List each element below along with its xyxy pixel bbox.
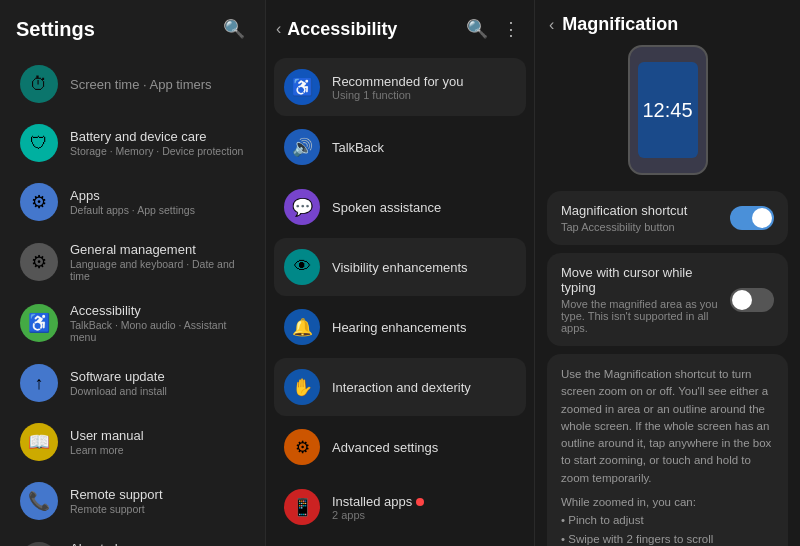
acc-item-sub: Using 1 function [332,89,516,101]
accessibility-item[interactable]: 📱 Installed apps 2 apps [274,478,526,536]
magnification-header: ‹ Magnification [535,0,800,45]
accessibility-search-icon[interactable]: 🔍 [462,14,492,44]
accessibility-item[interactable]: 💬 Spoken assistance [274,178,526,236]
magnification-info-box: Use the Magnification shortcut to turn s… [547,354,788,546]
acc-item-name: Installed apps [332,494,516,509]
settings-item[interactable]: ⚙ General management Language and keyboa… [6,232,259,292]
acc-item-text: Hearing enhancements [332,320,516,335]
settings-search-icon[interactable]: 🔍 [219,14,249,44]
settings-item-icon: ℹ [20,542,58,546]
settings-item[interactable]: 📞 Remote support Remote support [6,472,259,530]
accessibility-item[interactable]: ⚙ Advanced settings [274,418,526,476]
setting-row-sub: Tap Accessibility button [561,221,695,233]
settings-item-text: User manual Learn more [70,428,245,456]
acc-item-sub: 2 apps [332,509,516,521]
accessibility-item[interactable]: 👁 Visibility enhancements [274,238,526,296]
magnification-back-icon[interactable]: ‹ [549,16,554,34]
settings-item-sub: Default apps · App settings [70,204,245,216]
accessibility-item[interactable]: 🔔 Hearing enhancements [274,298,526,356]
settings-title: Settings [16,18,95,41]
acc-item-icon: 💬 [284,189,320,225]
magnification-title: Magnification [562,14,786,35]
acc-item-text: Installed apps 2 apps [332,494,516,521]
settings-item-name: User manual [70,428,245,443]
accessibility-back-icon[interactable]: ‹ [276,20,281,38]
phone-mock: 12:45 [628,45,708,175]
settings-item-text: General management Language and keyboard… [70,242,245,282]
settings-item-name: Battery and device care [70,129,245,144]
acc-item-text: Recommended for you Using 1 function [332,74,516,101]
settings-item[interactable]: ⚙ Apps Default apps · App settings [6,173,259,231]
acc-item-icon: 🔊 [284,129,320,165]
settings-item-sub: Language and keyboard · Date and time [70,258,245,282]
acc-item-text: Advanced settings [332,440,516,455]
magnification-content: 12:45 Magnification shortcut Tap Accessi… [535,45,800,546]
settings-item[interactable]: ⏱ Screen time · App timers [6,55,259,113]
acc-item-text: Spoken assistance [332,200,516,215]
magnification-info-text: Use the Magnification shortcut to turn s… [561,366,774,487]
settings-item[interactable]: 📖 User manual Learn more [6,413,259,471]
acc-item-name: TalkBack [332,140,516,155]
toggle-knob-0 [752,208,772,228]
settings-item-icon: 🛡 [20,124,58,162]
accessibility-item[interactable]: ♿ Recommended for you Using 1 function [274,58,526,116]
settings-item-icon: ⚙ [20,243,58,281]
settings-item-icon: ⚙ [20,183,58,221]
settings-item-name: Screen time · App timers [70,77,245,92]
settings-item-text: Screen time · App timers [70,77,245,92]
accessibility-item[interactable]: 🔊 TalkBack [274,118,526,176]
settings-panel: Settings 🔍 ⏱ Screen time · App timers 🛡 … [0,0,265,546]
acc-item-text: Interaction and dexterity [332,380,516,395]
accessibility-item[interactable]: ✋ Interaction and dexterity [274,358,526,416]
accessibility-panel: ‹ Accessibility 🔍 ⋮ ♿ Recommended for yo… [266,0,534,546]
accessibility-item[interactable]: ℹ About Accessibility [274,538,526,546]
acc-item-icon: ⚙ [284,429,320,465]
magnification-setting-row: Move with cursor while typing Move the m… [547,253,788,346]
settings-item-icon: 📖 [20,423,58,461]
toggle-0[interactable] [730,206,774,230]
setting-row-top: Magnification shortcut Tap Accessibility… [561,203,774,233]
accessibility-header: ‹ Accessibility 🔍 ⋮ [266,0,534,54]
accessibility-more-icon[interactable]: ⋮ [498,14,524,44]
setting-row-text: Magnification shortcut Tap Accessibility… [561,203,695,233]
setting-row-sub: Move the magnified area as you type. Thi… [561,298,730,334]
settings-item[interactable]: 🛡 Battery and device care Storage · Memo… [6,114,259,172]
settings-item-icon: 📞 [20,482,58,520]
acc-item-icon: 📱 [284,489,320,525]
settings-item-sub: Learn more [70,444,245,456]
toggle-knob-1 [732,290,752,310]
settings-item-name: Software update [70,369,245,384]
settings-item-name: Apps [70,188,245,203]
acc-item-text: TalkBack [332,140,516,155]
settings-item-icon: ⏱ [20,65,58,103]
setting-row-name: Magnification shortcut [561,203,687,218]
settings-item-icon: ♿ [20,304,58,342]
settings-item-sub: TalkBack · Mono audio · Assistant menu [70,319,245,343]
settings-item[interactable]: ♿ Accessibility TalkBack · Mono audio · … [6,293,259,353]
settings-item-sub: Storage · Memory · Device protection [70,145,245,157]
accessibility-title: Accessibility [287,19,456,40]
settings-item[interactable]: ℹ About phone Status · Legal information… [6,531,259,546]
settings-item-text: Software update Download and install [70,369,245,397]
acc-item-name: Recommended for you [332,74,516,89]
accessibility-list: ♿ Recommended for you Using 1 function 🔊… [266,54,534,546]
setting-row-top: Move with cursor while typing Move the m… [561,265,774,334]
settings-item-icon: ↑ [20,364,58,402]
settings-item-text: About phone Status · Legal information ·… [70,541,245,546]
settings-item-sub: Remote support [70,503,245,515]
settings-item-name: About phone [70,541,245,546]
settings-list: ⏱ Screen time · App timers 🛡 Battery and… [0,54,265,546]
toggle-1[interactable] [730,288,774,312]
settings-item-text: Accessibility TalkBack · Mono audio · As… [70,303,245,343]
phone-preview: 12:45 [547,45,788,175]
settings-item[interactable]: ↑ Software update Download and install [6,354,259,412]
badge-dot [416,498,424,506]
acc-item-name: Spoken assistance [332,200,516,215]
acc-item-name: Visibility enhancements [332,260,516,275]
magnification-bullets: While zoomed in, you can:• Pinch to adju… [561,493,774,546]
settings-item-name: Accessibility [70,303,245,318]
acc-item-name: Interaction and dexterity [332,380,516,395]
settings-header: Settings 🔍 [0,0,265,54]
magnification-panel: ‹ Magnification 12:45 Magnification shor… [535,0,800,546]
acc-item-icon: ♿ [284,69,320,105]
